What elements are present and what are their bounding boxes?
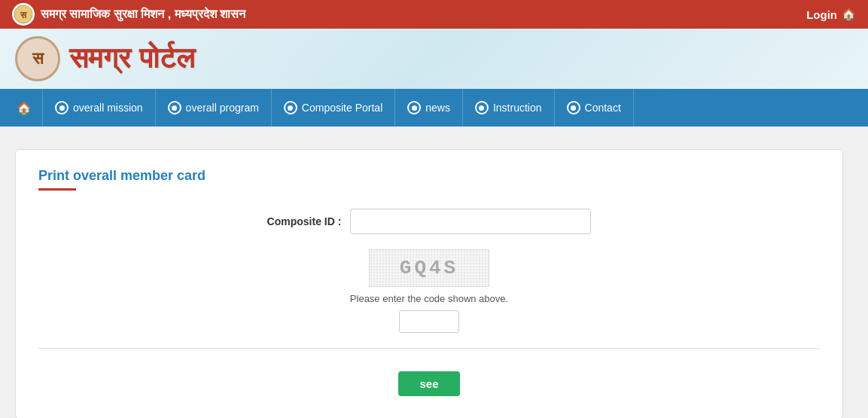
nav-label-news: news xyxy=(425,102,450,114)
location-icon xyxy=(567,101,580,114)
top-bar: स समग्र सामाजिक सुरक्षा मिशन , मध्यप्रदे… xyxy=(0,0,868,29)
nav-spacer xyxy=(634,89,862,127)
sidebar-item-composite-portal[interactable]: Composite Portal xyxy=(272,89,395,127)
print-member-card-panel: Print overall member card Composite ID :… xyxy=(15,149,843,418)
nav-label-instruction: Instruction xyxy=(493,102,542,114)
top-bar-title: समग्र सामाजिक सुरक्षा मिशन , मध्यप्रदेश … xyxy=(41,8,245,21)
nav-label-overall-program: overall program xyxy=(186,102,259,114)
nav-label-overall-mission: overall mission xyxy=(73,102,143,114)
navbar: 🏠 overall mission overall program Compos… xyxy=(0,89,868,127)
logo-section: स समग्र पोर्टल xyxy=(0,29,868,89)
composite-id-input[interactable] xyxy=(350,209,591,234)
top-bar-title-area: स समग्र सामाजिक सुरक्षा मिशन , मध्यप्रदे… xyxy=(12,3,245,26)
captcha-text: GQ4S xyxy=(400,257,458,279)
main-content: Print overall member card Composite ID :… xyxy=(0,127,868,418)
captcha-image: GQ4S xyxy=(369,249,489,287)
sidebar-item-contact[interactable]: Contact xyxy=(555,89,634,127)
card-underline xyxy=(38,188,76,191)
card-title: Print overall member card xyxy=(38,168,820,184)
sidebar-item-overall-program[interactable]: overall program xyxy=(156,89,272,127)
logo-circle: स xyxy=(15,36,60,81)
nav-home[interactable]: 🏠 xyxy=(6,89,43,127)
captcha-help-text: Please enter the code shown above. xyxy=(350,293,508,304)
top-bar-login[interactable]: Login 🏠 xyxy=(806,8,856,21)
envelope-icon xyxy=(407,101,421,114)
sidebar-item-overall-mission[interactable]: overall mission xyxy=(43,89,156,127)
captcha-input[interactable] xyxy=(399,310,459,333)
login-label: Login xyxy=(806,8,837,21)
svg-text:स: स xyxy=(20,10,27,20)
see-button[interactable]: see xyxy=(398,371,459,396)
home-icon-top: 🏠 xyxy=(842,8,856,21)
nav-dot-icon xyxy=(55,101,69,114)
card-divider xyxy=(38,348,820,349)
top-bar-logo: स xyxy=(12,3,35,26)
composite-id-row: Composite ID : xyxy=(38,209,820,234)
home-nav-icon: 🏠 xyxy=(17,101,32,115)
sidebar-item-instruction[interactable]: Instruction xyxy=(463,89,555,127)
button-row: see xyxy=(38,364,820,396)
nav-label-contact: Contact xyxy=(585,102,621,114)
nav-dot-icon xyxy=(168,101,181,114)
captcha-section: GQ4S Please enter the code shown above. xyxy=(38,249,820,333)
logo-circle-text: स xyxy=(32,49,44,69)
logo-text: समग्र पोर्टल xyxy=(69,42,195,75)
sidebar-item-news[interactable]: news xyxy=(395,89,463,127)
composite-id-label: Composite ID : xyxy=(267,215,342,227)
nav-label-composite-portal: Composite Portal xyxy=(302,102,382,114)
envelope-icon-2 xyxy=(475,101,489,114)
nav-dot-icon xyxy=(284,101,297,114)
